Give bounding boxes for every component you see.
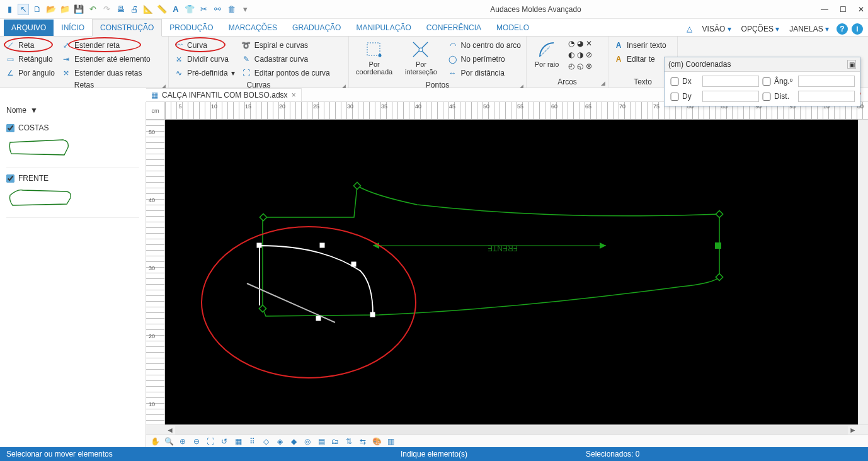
por-raio-button[interactable]: Por raio bbox=[532, 39, 562, 71]
arc6-icon[interactable]: ⊘ bbox=[586, 50, 592, 59]
cadastrar-curva-button[interactable]: ✎Cadastrar curva bbox=[241, 53, 330, 65]
tab-manipulacao[interactable]: MANIPULAÇÃO bbox=[348, 20, 418, 36]
arc8-icon[interactable]: ◵ bbox=[577, 62, 583, 71]
color-icon[interactable]: 🎨 bbox=[372, 436, 382, 447]
dist-checkbox[interactable] bbox=[762, 93, 772, 101]
redo-icon[interactable]: ↷ bbox=[101, 4, 112, 15]
info-icon[interactable]: i bbox=[852, 23, 863, 35]
text-tool-icon[interactable]: A bbox=[170, 4, 181, 15]
piece1-icon[interactable]: ◇ bbox=[261, 436, 271, 447]
save-icon[interactable]: 💾 bbox=[73, 4, 84, 15]
no-perimetro-button[interactable]: ◯No perímetro bbox=[448, 53, 521, 65]
arc7-icon[interactable]: ◴ bbox=[568, 62, 574, 71]
ang-checkbox[interactable] bbox=[762, 77, 772, 86]
ruler-icon[interactable]: 📏 bbox=[156, 4, 168, 15]
piece-costas-checkbox[interactable] bbox=[6, 124, 14, 132]
scissors-icon[interactable]: ✂ bbox=[198, 4, 209, 15]
arc3-icon[interactable]: ✕ bbox=[586, 39, 592, 48]
open-icon[interactable]: 📂 bbox=[45, 4, 57, 15]
por-intersecao-button[interactable]: Por interseção bbox=[401, 39, 441, 79]
tab-producao[interactable]: PRODUÇÃO bbox=[162, 20, 220, 36]
arc9-icon[interactable]: ⊗ bbox=[586, 62, 592, 71]
tab-construcao[interactable]: CONSTRUÇÃO bbox=[92, 19, 162, 37]
por-angulo-button[interactable]: ∠Por ângulo bbox=[5, 67, 55, 79]
arc4-icon[interactable]: ◐ bbox=[568, 50, 574, 59]
close-button[interactable]: ✕ bbox=[858, 5, 864, 14]
no-centro-arco-button[interactable]: ◠No centro do arco bbox=[448, 39, 521, 52]
folder-icon[interactable]: 📁 bbox=[59, 4, 71, 15]
arc2-icon[interactable]: ◕ bbox=[577, 39, 583, 48]
arc5-icon[interactable]: ◑ bbox=[577, 50, 583, 59]
tab-graduacao[interactable]: GRADUAÇÃO bbox=[285, 20, 348, 36]
vertical-scrollbar[interactable] bbox=[858, 120, 868, 424]
piece-frente-thumb[interactable] bbox=[6, 186, 76, 209]
cursor-icon[interactable]: ↖ bbox=[18, 4, 29, 15]
qat-dropdown-icon[interactable]: ▾ bbox=[239, 4, 251, 15]
minimize-button[interactable]: — bbox=[821, 5, 828, 14]
dy-checkbox[interactable] bbox=[670, 93, 680, 101]
estender-duas-button[interactable]: ⤧Estender duas retas bbox=[61, 67, 151, 79]
arc-icon[interactable]: ◔ bbox=[568, 39, 574, 48]
visao-button[interactable]: VISÃO ▾ bbox=[699, 22, 735, 36]
help-icon[interactable]: ? bbox=[837, 23, 848, 35]
close-tab-icon[interactable]: × bbox=[292, 91, 296, 100]
coordinates-panel[interactable]: (cm) Coordenadas ▣ Dx Âng.º Dy Dist. bbox=[664, 57, 860, 106]
espiral-button[interactable]: ➰Espiral e curvas bbox=[241, 39, 330, 52]
por-coordenada-button[interactable]: Por coordenada bbox=[354, 39, 394, 79]
panel-header[interactable]: Nome ▼ bbox=[6, 106, 139, 120]
document-tab[interactable]: ▦ CALÇA INFANTIL COM BOLSO.adsx × bbox=[146, 88, 302, 101]
dist-input[interactable] bbox=[798, 91, 855, 102]
piece-frente[interactable]: FRENTE bbox=[6, 174, 139, 183]
opcoes-button[interactable]: OPÇÕES ▾ bbox=[738, 22, 784, 36]
print-icon[interactable]: 🖶 bbox=[115, 4, 126, 15]
collapse-ribbon-icon[interactable]: △ bbox=[683, 22, 696, 36]
measure-icon[interactable]: 📐 bbox=[142, 4, 154, 15]
misc-icon[interactable]: ▥ bbox=[385, 436, 396, 447]
tab-inicio[interactable]: INÍCIO bbox=[54, 20, 92, 36]
dx-checkbox[interactable] bbox=[670, 77, 680, 86]
trash-icon[interactable]: 🗑 bbox=[226, 4, 237, 15]
piece-costas[interactable]: COSTAS bbox=[6, 123, 139, 132]
maximize-button[interactable]: ☐ bbox=[840, 5, 847, 14]
tab-marcacoes[interactable]: MARCAÇÕES bbox=[221, 20, 285, 36]
printer-icon[interactable]: 🖨 bbox=[128, 4, 140, 15]
link-icon[interactable]: ⚯ bbox=[212, 4, 223, 15]
ang-input[interactable] bbox=[798, 76, 855, 87]
zoom-window-icon[interactable]: 🔍 bbox=[164, 436, 174, 447]
zoom-in-icon[interactable]: ⊕ bbox=[178, 436, 188, 447]
editar-pontos-button[interactable]: ⛶Editar pontos de curva bbox=[241, 67, 330, 79]
dy-input[interactable] bbox=[702, 91, 759, 102]
reta-button[interactable]: ／Reta bbox=[5, 39, 55, 52]
new-icon[interactable]: 🗋 bbox=[31, 4, 43, 15]
layer-icon[interactable]: ▤ bbox=[316, 436, 326, 447]
tab-arquivo[interactable]: ARQUIVO bbox=[4, 20, 54, 36]
tab-conferencia[interactable]: CONFERÊNCIA bbox=[419, 20, 489, 36]
dividir-curva-button[interactable]: ⤩Dividir curva bbox=[174, 53, 235, 65]
dx-input[interactable] bbox=[702, 76, 759, 87]
flipv-icon[interactable]: ⇅ bbox=[344, 436, 354, 447]
retangulo-button[interactable]: ▭Retângulo bbox=[5, 53, 55, 65]
drawing-canvas[interactable]: FRENTE bbox=[165, 120, 858, 424]
editar-texto-button[interactable]: AEditar te bbox=[614, 53, 666, 65]
coord-close-icon[interactable]: ▣ bbox=[847, 60, 856, 69]
zoom-fit-icon[interactable]: ⛶ bbox=[205, 436, 215, 447]
undo-icon[interactable]: ↶ bbox=[87, 4, 98, 15]
piece-frente-checkbox[interactable] bbox=[6, 174, 14, 183]
target-icon[interactable]: ◎ bbox=[302, 436, 312, 447]
fliph-icon[interactable]: ⇆ bbox=[358, 436, 368, 447]
estender-reta-button[interactable]: ⤢Estender reta bbox=[61, 39, 151, 52]
inserir-texto-button[interactable]: AInserir texto bbox=[614, 39, 666, 52]
piece3-icon[interactable]: ◆ bbox=[288, 436, 299, 447]
curva-button[interactable]: 〰Curva bbox=[174, 39, 235, 52]
por-distancia-button[interactable]: ↔Por distância bbox=[448, 67, 521, 79]
dots-icon[interactable]: ⠿ bbox=[247, 436, 257, 447]
piece2-icon[interactable]: ◈ bbox=[275, 436, 285, 447]
zoom-out-icon[interactable]: ⊖ bbox=[191, 436, 202, 447]
horizontal-scrollbar[interactable]: ◄► bbox=[146, 424, 868, 435]
layers-icon[interactable]: 🗂 bbox=[330, 436, 340, 447]
shirt-icon[interactable]: 👕 bbox=[184, 4, 195, 15]
zoom-prev-icon[interactable]: ↺ bbox=[219, 436, 229, 447]
pan-icon[interactable]: ✋ bbox=[150, 436, 160, 447]
tab-modelo[interactable]: MODELO bbox=[489, 20, 537, 36]
estender-ate-button[interactable]: ⇥Estender até elemento bbox=[61, 53, 151, 65]
